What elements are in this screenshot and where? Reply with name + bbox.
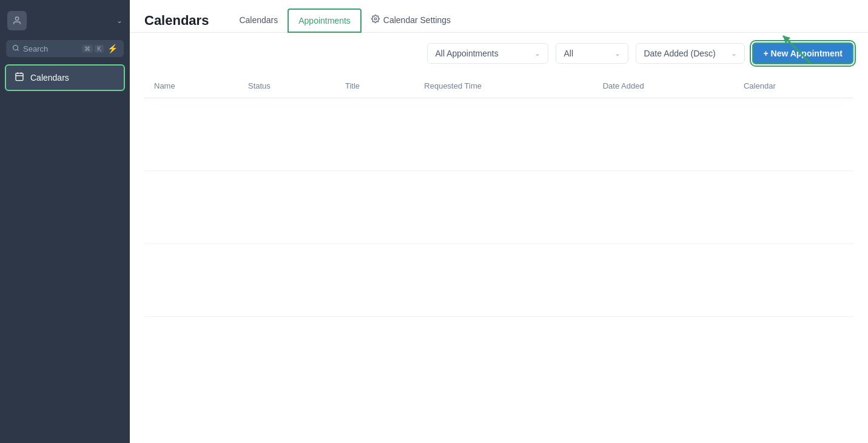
table-row-empty-3 bbox=[144, 244, 853, 317]
lightning-icon: ⚡ bbox=[107, 44, 118, 53]
col-date-added: Date Added bbox=[593, 74, 734, 98]
filter-appointments-select[interactable]: All Appointments ⌄ bbox=[427, 43, 548, 64]
sidebar-user-area[interactable]: ⌄ bbox=[0, 6, 130, 35]
col-calendar: Calendar bbox=[734, 74, 853, 98]
sidebar-chevron-icon[interactable]: ⌄ bbox=[116, 16, 123, 25]
filter-all-select[interactable]: All ⌄ bbox=[556, 43, 628, 64]
tab-calendar-settings[interactable]: Calendar Settings bbox=[362, 8, 460, 32]
filter-appointments-value: All Appointments bbox=[435, 49, 498, 58]
filter-all-chevron: ⌄ bbox=[614, 49, 621, 58]
svg-rect-2 bbox=[16, 73, 23, 81]
new-appointment-label: + New Appointment bbox=[763, 49, 843, 58]
settings-icon bbox=[371, 15, 380, 25]
col-requested-time: Requested Time bbox=[414, 74, 593, 98]
svg-point-1 bbox=[13, 45, 18, 50]
search-shortcut: ⌘ K bbox=[82, 45, 104, 53]
page-header: Calendars Calendars Appointments Calenda… bbox=[130, 0, 868, 33]
user-icon[interactable] bbox=[7, 11, 27, 30]
search-label: Search bbox=[23, 44, 82, 53]
search-icon bbox=[12, 44, 19, 53]
table-header-row: Name Status Title Requested Time Date Ad… bbox=[144, 74, 853, 98]
new-appointment-button[interactable]: + New Appointment bbox=[752, 42, 853, 64]
sidebar-item-calendars[interactable]: Calendars bbox=[5, 64, 125, 91]
table-row-empty-2 bbox=[144, 171, 853, 244]
table-row-empty-1 bbox=[144, 98, 853, 171]
svg-point-0 bbox=[15, 17, 18, 20]
col-name: Name bbox=[144, 74, 238, 98]
col-title: Title bbox=[335, 74, 414, 98]
cmd-key: ⌘ bbox=[82, 45, 93, 53]
calendar-icon bbox=[15, 72, 24, 84]
filter-appointments-chevron: ⌄ bbox=[534, 49, 540, 58]
tab-appointments[interactable]: Appointments bbox=[288, 8, 362, 33]
k-key: K bbox=[95, 45, 104, 53]
sort-value: Date Added (Desc) bbox=[644, 49, 715, 58]
tab-bar: Calendars Appointments Calendar Settings bbox=[229, 8, 460, 32]
tab-calendars[interactable]: Calendars bbox=[229, 9, 288, 32]
sidebar-item-calendars-label: Calendars bbox=[30, 73, 69, 83]
svg-point-6 bbox=[374, 18, 377, 20]
sidebar: ⌄ Search ⌘ K ⚡ Calendars bbox=[0, 0, 130, 443]
sort-chevron: ⌄ bbox=[731, 49, 737, 58]
sort-select[interactable]: Date Added (Desc) ⌄ bbox=[636, 43, 745, 64]
main-content: Calendars Calendars Appointments Calenda… bbox=[130, 0, 868, 443]
page-title: Calendars bbox=[144, 13, 209, 29]
filter-all-value: All bbox=[564, 49, 573, 58]
appointments-table-container: Name Status Title Requested Time Date Ad… bbox=[130, 74, 868, 443]
appointments-table: Name Status Title Requested Time Date Ad… bbox=[144, 74, 853, 317]
col-status: Status bbox=[238, 74, 335, 98]
search-bar[interactable]: Search ⌘ K ⚡ bbox=[6, 40, 124, 57]
toolbar: All Appointments ⌄ All ⌄ Date Added (Des… bbox=[130, 33, 868, 74]
